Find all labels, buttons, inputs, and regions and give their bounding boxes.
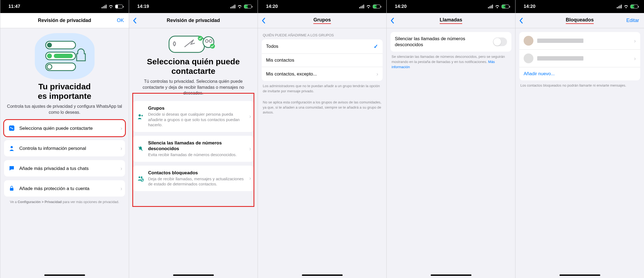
page-subtitle: Tú controlas tu privacidad. Selecciona q… xyxy=(129,78,258,96)
silence-unknown-row[interactable]: Silenciar las llamadas de números descon… xyxy=(390,32,511,52)
chevron-right-icon: › xyxy=(120,185,122,192)
wifi-icon xyxy=(366,5,371,8)
blocked-contact-row[interactable]: › xyxy=(519,50,640,67)
svg-point-19 xyxy=(141,176,142,178)
back-button[interactable] xyxy=(133,13,137,28)
card-title: Silencia las llamadas de números descono… xyxy=(148,140,250,152)
group-add-icon xyxy=(137,113,144,120)
back-button[interactable] xyxy=(390,13,394,28)
wifi-icon xyxy=(108,5,113,8)
status-bar: 14:20 51 xyxy=(387,0,515,13)
back-button[interactable] xyxy=(262,13,265,28)
page-title: Selecciona quién puede contactarte xyxy=(129,57,258,76)
status-icons: 51 xyxy=(488,5,509,8)
settings-card[interactable]: Añade más privacidad a tus chats› xyxy=(4,160,125,176)
nav-ok-button[interactable]: OK xyxy=(117,13,124,28)
mute-bell-icon xyxy=(137,145,144,153)
status-icons: 51 xyxy=(617,5,638,8)
settings-card[interactable]: Contactos bloqueadosDeja de recibir llam… xyxy=(133,166,254,191)
screen-groups: 14:20 51 Grupos QUIÉN PUEDE AÑADIRME A L… xyxy=(258,0,386,278)
section-footer: Se silenciarán las llamadas de números d… xyxy=(387,52,515,70)
nav-title: Revisión de privacidad xyxy=(167,18,220,23)
signal-icon xyxy=(359,5,364,8)
battery-icon: 51 xyxy=(502,5,509,8)
svg-rect-3 xyxy=(54,54,73,58)
nav-title: Revisión de privacidad xyxy=(38,18,91,23)
status-bar: 14:20 51 xyxy=(515,0,644,13)
settings-card[interactable]: Controla tu información personal› xyxy=(4,140,125,156)
screen-privacy-overview: 11:47 35 Revisión de privacidad OK xyxy=(0,0,129,278)
card-description: Decide si deseas que cualquier persona p… xyxy=(148,112,250,128)
card-title: Añade más privacidad a tus chats xyxy=(19,166,121,171)
home-indicator xyxy=(302,274,343,276)
section-footer: Los administradores que no te puedan aña… xyxy=(258,81,386,94)
toggle-label: Silenciar las llamadas de números descon… xyxy=(395,36,493,48)
chevron-right-icon: › xyxy=(120,125,122,131)
chevron-right-icon: › xyxy=(120,165,122,172)
screen-blocked: 14:20 51 Bloqueados Editar ››Añadir nuev… xyxy=(515,0,644,278)
signal-icon xyxy=(230,5,235,8)
card-title: Añade más protección a tu cuenta xyxy=(19,186,121,191)
card-title: Grupos xyxy=(148,105,250,111)
avatar xyxy=(524,53,533,63)
signal-icon xyxy=(617,5,622,8)
person-icon xyxy=(8,144,15,152)
wifi-icon xyxy=(624,5,629,8)
card-title: Contactos bloqueados xyxy=(148,170,250,176)
home-indicator xyxy=(431,274,471,276)
chat-bubble-icon xyxy=(8,165,15,172)
back-button[interactable] xyxy=(519,13,523,28)
status-bar: 11:47 35 xyxy=(0,0,129,13)
card-title: Selecciona quién puede contactarte xyxy=(19,125,121,131)
page-subtitle: Controla tus ajustes de privacidad y con… xyxy=(0,103,129,115)
svg-point-4 xyxy=(47,53,52,58)
redacted-name xyxy=(537,39,583,43)
settings-card[interactable]: Selecciona quién puede contactarte› xyxy=(4,120,125,136)
settings-card[interactable]: GruposDecide si deseas que cualquier per… xyxy=(133,101,254,132)
screen-calls: 14:20 51 Llamadas Silenciar las llamadas… xyxy=(386,0,515,278)
add-new-row[interactable]: Añadir nuevo... xyxy=(519,67,640,80)
blocked-list: ››Añadir nuevo... xyxy=(519,32,640,80)
section-header: QUIÉN PUEDE AÑADIRME A LOS GRUPOS xyxy=(258,28,386,39)
chevron-right-icon: › xyxy=(120,145,122,151)
toggle-switch[interactable] xyxy=(493,37,507,46)
chevron-right-icon: › xyxy=(634,38,636,44)
svg-point-8 xyxy=(11,146,13,148)
battery-icon: 50 xyxy=(244,5,252,8)
privacy-hero-illustration xyxy=(35,33,95,79)
wifi-icon xyxy=(495,5,500,8)
blocked-contacts-icon xyxy=(137,175,144,182)
section-footer: No se aplica esta configuración a los gr… xyxy=(258,97,386,115)
battery-icon: 51 xyxy=(630,5,638,8)
edit-button[interactable]: Editar xyxy=(626,13,639,28)
status-clock: 14:20 xyxy=(524,4,535,9)
battery-icon: 51 xyxy=(373,5,380,8)
phone-contact-icon xyxy=(8,124,15,132)
section-footer: Los contactos bloqueados no podrán llama… xyxy=(515,80,644,88)
group-option-row[interactable]: Todos✓ xyxy=(262,39,383,54)
settings-card[interactable]: Añade más protección a tu cuenta› xyxy=(4,180,125,197)
checkmark-icon: ✓ xyxy=(374,43,378,50)
battery-icon: 35 xyxy=(115,5,123,8)
chevron-left-icon xyxy=(390,18,394,24)
status-bar: 14:20 51 xyxy=(258,0,386,13)
nav-bar: Revisión de privacidad xyxy=(129,13,258,28)
settings-card[interactable]: Silencia las llamadas de números descono… xyxy=(133,136,254,162)
nav-bar: Llamadas xyxy=(387,13,515,28)
card-description: Deja de recibir llamadas, mensajes y act… xyxy=(148,176,250,187)
group-option-row[interactable]: Mis contactos xyxy=(262,54,383,67)
chevron-left-icon xyxy=(519,18,523,24)
page-title: Tu privacidades importante xyxy=(0,82,129,101)
chevron-right-icon: › xyxy=(376,71,378,77)
status-clock: 14:20 xyxy=(395,4,407,9)
chevron-right-icon: › xyxy=(249,146,251,152)
blocked-contact-row[interactable]: › xyxy=(519,32,640,50)
svg-line-21 xyxy=(141,179,143,181)
status-bar: 14:19 50 xyxy=(129,0,258,13)
status-clock: 11:47 xyxy=(8,4,20,9)
status-clock: 14:19 xyxy=(137,4,149,9)
group-option-row[interactable]: Mis contactos, excepto...› xyxy=(262,67,383,81)
card-list: GruposDecide si deseas que cualquier per… xyxy=(129,96,258,191)
card-title: Controla tu información personal xyxy=(19,146,121,151)
chevron-left-icon xyxy=(262,18,265,24)
